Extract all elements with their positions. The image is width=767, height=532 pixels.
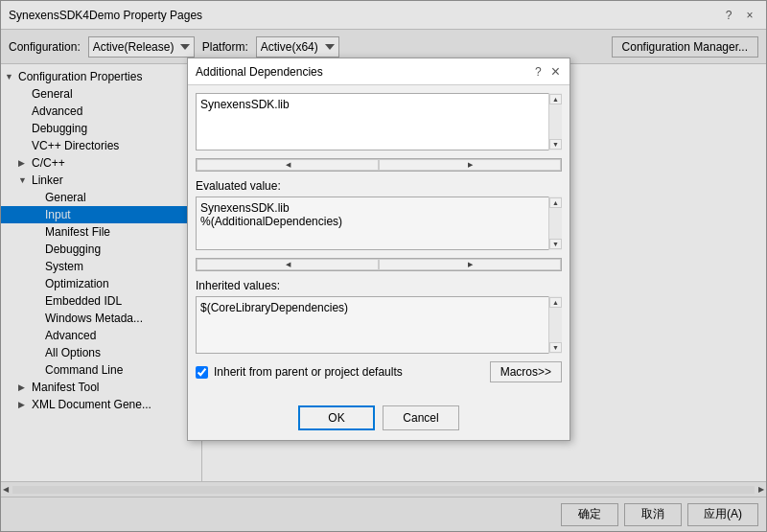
eval-value-wrapper: SynexensSDK.lib %(AdditionalDependencies… xyxy=(196,197,562,250)
eval-scroll-up[interactable]: ▲ xyxy=(549,197,562,208)
modal-title-bar: Additional Dependencies ? × xyxy=(188,58,569,85)
modal-cancel-button[interactable]: Cancel xyxy=(383,405,459,430)
inherited-scrollbar: ▲ ▼ xyxy=(548,296,562,354)
modal-footer: OK Cancel xyxy=(188,400,569,440)
modal-overlay: Additional Dependencies ? × SynexensSDK.… xyxy=(0,0,767,532)
inherit-checkbox-row: Inherit from parent or project defaults … xyxy=(196,361,562,382)
inherited-value-wrapper: $(CoreLibraryDependencies) ▲ ▼ xyxy=(196,296,562,354)
eval-value-box: SynexensSDK.lib %(AdditionalDependencies… xyxy=(196,197,562,250)
modal-close-button[interactable]: × xyxy=(549,64,562,80)
eval-hscroll-right[interactable]: ▶ xyxy=(379,259,561,270)
eval-hscrollbar[interactable]: ◀ ▶ xyxy=(196,258,562,271)
scroll-up-arrow[interactable]: ▲ xyxy=(549,94,562,104)
modal-title-controls: ? × xyxy=(535,64,562,80)
main-window: SynexensSDK4Demo Property Pages ? × Conf… xyxy=(0,0,767,532)
eval-scrollbar: ▲ ▼ xyxy=(548,197,562,250)
inherit-checkbox[interactable] xyxy=(196,366,208,379)
hscroll-left[interactable]: ◀ xyxy=(197,159,379,171)
modal-body: SynexensSDK.lib ▲ ▼ ◀ ▶ Evaluated value: xyxy=(188,85,569,400)
scroll-down-arrow[interactable]: ▼ xyxy=(549,139,562,150)
macros-button[interactable]: Macros>> xyxy=(490,361,562,382)
inherited-scroll-down[interactable]: ▼ xyxy=(549,342,562,353)
modal-title: Additional Dependencies xyxy=(196,65,323,79)
dependencies-input[interactable]: SynexensSDK.lib xyxy=(196,93,562,150)
dependencies-input-wrapper: SynexensSDK.lib ▲ ▼ xyxy=(196,93,562,150)
hscroll-right[interactable]: ▶ xyxy=(379,159,561,171)
top-textarea-scrollbar: ▲ ▼ xyxy=(548,93,562,150)
top-hscrollbar[interactable]: ◀ ▶ xyxy=(196,158,562,172)
inherited-value-box: $(CoreLibraryDependencies) xyxy=(196,296,562,354)
modal-ok-button[interactable]: OK xyxy=(298,405,375,430)
inherited-label: Inherited values: xyxy=(196,279,562,292)
eval-hscroll-left[interactable]: ◀ xyxy=(197,259,379,270)
scroll-track xyxy=(549,104,562,139)
eval-scroll-down[interactable]: ▼ xyxy=(549,239,562,249)
inherited-scroll-up[interactable]: ▲ xyxy=(549,297,562,308)
eval-label: Evaluated value: xyxy=(196,179,562,193)
inherit-checkbox-label: Inherit from parent or project defaults xyxy=(214,365,403,379)
additional-dependencies-dialog: Additional Dependencies ? × SynexensSDK.… xyxy=(187,58,570,441)
modal-help-button[interactable]: ? xyxy=(535,65,542,79)
